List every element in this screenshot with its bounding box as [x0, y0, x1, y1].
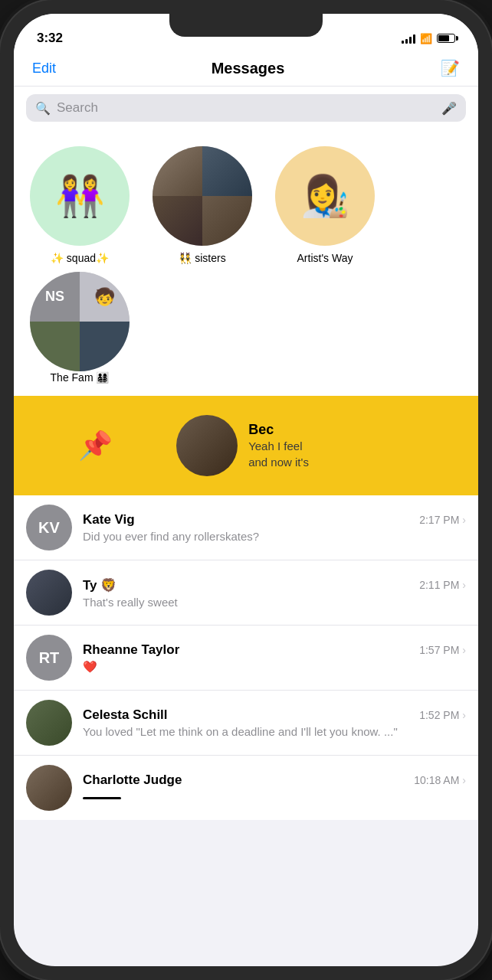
sisters-photo-3: [153, 196, 202, 246]
message-header-rheanne-taylor: Rheanne Taylor 1:57 PM ›: [83, 642, 466, 658]
group-item-sisters[interactable]: 👯 sisters: [149, 146, 256, 264]
fam-cell-ns: NS: [30, 272, 80, 322]
signal-bar-1: [402, 41, 404, 44]
signal-bar-3: [409, 37, 412, 44]
battery-fill: [438, 35, 449, 41]
pinned-contact-info: Bec Yeah I feel and now it's: [248, 422, 469, 470]
search-wrapper: 🔍 Search 🎤: [14, 87, 478, 131]
pinned-contact-preview-line1: Yeah I feel: [248, 438, 469, 454]
pin-icon: 📌: [78, 430, 113, 462]
fam-cell-emoji: 🧒: [80, 272, 130, 322]
artists-way-emoji: 👩‍🎨: [300, 173, 350, 220]
message-name-ty: Ty 🦁: [83, 577, 116, 593]
edit-button[interactable]: Edit: [32, 60, 56, 77]
battery-icon: [437, 34, 455, 43]
squad-emoji: 👭: [55, 173, 105, 220]
message-row-rheanne-taylor[interactable]: RT Rheanne Taylor 1:57 PM › ❤️: [14, 626, 478, 691]
chevron-icon-charlotte-judge: ›: [462, 774, 466, 786]
avatar-celesta-schill: [26, 700, 72, 746]
avatar-charlotte-judge: [26, 765, 72, 811]
message-content-celesta-schill: Celesta Schill 1:52 PM › You loved "Let …: [83, 707, 466, 738]
group-name-squad: ✨ squad✨: [51, 252, 109, 264]
group-name-artists-way: Artist's Way: [297, 252, 353, 264]
phone-frame: 3:32 📶 Edit Messages 📝: [0, 0, 492, 980]
message-name-celesta-schill: Celesta Schill: [83, 707, 168, 723]
pinned-groups-row2: NS 🧒 The Fam 👨‍👩‍👧‍👦: [14, 272, 478, 396]
group-avatar-artists-way: 👩‍🎨: [275, 146, 375, 246]
message-preview-rheanne-taylor: ❤️: [83, 660, 466, 674]
message-preview-kate-vig: Did you ever find any rollerskates?: [83, 530, 466, 543]
message-time-ty: 2:11 PM ›: [419, 579, 466, 591]
fam-cell-photo2: [80, 322, 130, 371]
pinned-contact-avatar: [176, 415, 238, 476]
compose-button[interactable]: 📝: [440, 58, 460, 78]
phone-screen: 3:32 📶 Edit Messages 📝: [14, 14, 478, 966]
pinned-contact-preview-line2: and now it's: [248, 454, 469, 470]
group-avatar-sisters: [153, 146, 252, 246]
ty-photo: [26, 570, 72, 616]
message-header-kate-vig: Kate Vig 2:17 PM ›: [83, 512, 466, 528]
search-placeholder: Search: [57, 100, 435, 116]
status-icons: 📶: [402, 33, 455, 44]
group-name-sisters: 👯 sisters: [179, 252, 225, 264]
message-preview-celesta-schill: You loved "Let me think on a deadline an…: [83, 725, 466, 738]
chevron-icon-ty: ›: [462, 579, 466, 591]
nav-bar: Edit Messages 📝: [14, 52, 478, 87]
message-name-rheanne-taylor: Rheanne Taylor: [83, 642, 179, 658]
message-row-celesta-schill[interactable]: Celesta Schill 1:52 PM › You loved "Let …: [14, 691, 478, 756]
group-avatar-squad: 👭: [30, 146, 130, 246]
bec-photo: [176, 415, 238, 476]
chevron-icon-rheanne-taylor: ›: [462, 644, 466, 656]
sisters-photos-grid: [153, 146, 252, 246]
pin-indicator: 📌: [14, 430, 176, 462]
avatar-kate-vig: KV: [26, 505, 72, 550]
message-name-kate-vig: Kate Vig: [83, 512, 135, 528]
message-name-charlotte-judge: Charlotte Judge: [83, 773, 182, 788]
chevron-icon-celesta-schill: ›: [462, 709, 466, 721]
signal-bar-4: [413, 34, 415, 44]
message-content-ty: Ty 🦁 2:11 PM › That's really sweet: [83, 577, 466, 609]
microphone-icon[interactable]: 🎤: [441, 101, 457, 116]
message-time-kate-vig: 2:17 PM ›: [419, 514, 466, 526]
group-item-artists-way[interactable]: 👩‍🎨 Artist's Way: [271, 146, 379, 264]
group-item-fam[interactable]: NS 🧒 The Fam 👨‍👩‍👧‍👦: [26, 272, 133, 384]
group-item-squad[interactable]: 👭 ✨ squad✨: [26, 146, 133, 264]
status-time: 3:32: [37, 31, 63, 46]
wifi-icon: 📶: [420, 33, 432, 44]
message-time-celesta-schill: 1:52 PM ›: [419, 709, 466, 721]
group-avatar-fam: NS 🧒: [30, 272, 130, 371]
message-content-charlotte-judge: Charlotte Judge 10:18 AM ›: [83, 773, 466, 803]
fam-grid: NS 🧒: [30, 272, 130, 371]
avatar-rheanne-taylor: RT: [26, 635, 72, 681]
celesta-photo: [26, 700, 72, 746]
pinned-groups-row1: 👭 ✨ squad✨ 👯 sisters: [14, 131, 478, 272]
notch: [169, 14, 323, 37]
message-time-rheanne-taylor: 1:57 PM ›: [419, 644, 466, 656]
message-time-charlotte-judge: 10:18 AM ›: [414, 774, 466, 786]
pinned-contact: Bec Yeah I feel and now it's: [176, 415, 478, 476]
avatar-ty: [26, 570, 72, 616]
message-row-ty[interactable]: Ty 🦁 2:11 PM › That's really sweet: [14, 560, 478, 626]
charlotte-photo: [26, 765, 72, 811]
pinned-contact-name: Bec: [248, 422, 469, 438]
search-icon: 🔍: [35, 101, 51, 116]
message-content-kate-vig: Kate Vig 2:17 PM › Did you ever find any…: [83, 512, 466, 543]
sisters-photo-1: [153, 146, 202, 196]
compose-icon: 📝: [441, 59, 460, 77]
message-header-charlotte-judge: Charlotte Judge 10:18 AM ›: [83, 773, 466, 788]
signal-bars-icon: [402, 33, 415, 44]
page-title: Messages: [212, 60, 285, 77]
message-preview-ty: That's really sweet: [83, 596, 466, 609]
charlotte-preview-bar: [83, 797, 121, 799]
group-name-fam: The Fam 👨‍👩‍👧‍👦: [51, 371, 110, 384]
message-preview-charlotte-judge: [83, 790, 466, 803]
messages-list: KV Kate Vig 2:17 PM › Did you ever find …: [14, 495, 478, 820]
fam-cell-photo1: [30, 322, 80, 371]
message-header-celesta-schill: Celesta Schill 1:52 PM ›: [83, 707, 466, 723]
chevron-icon-kate-vig: ›: [462, 514, 466, 526]
message-row-kate-vig[interactable]: KV Kate Vig 2:17 PM › Did you ever find …: [14, 495, 478, 560]
message-row-charlotte-judge[interactable]: Charlotte Judge 10:18 AM ›: [14, 756, 478, 820]
search-bar[interactable]: 🔍 Search 🎤: [26, 94, 466, 122]
pinned-message-row[interactable]: 📌 Bec Yeah I feel and now it's: [14, 396, 478, 495]
message-header-ty: Ty 🦁 2:11 PM ›: [83, 577, 466, 593]
